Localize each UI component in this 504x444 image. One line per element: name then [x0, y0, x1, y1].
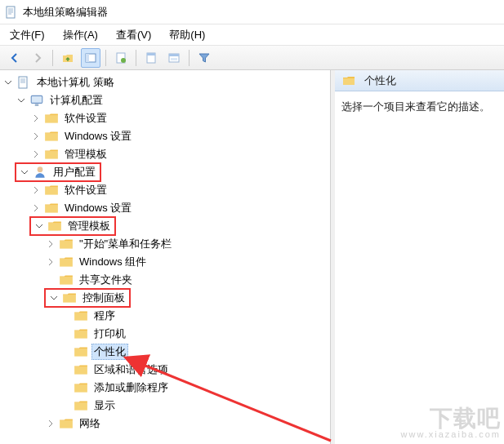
folder-icon — [59, 255, 74, 269]
svg-rect-13 — [171, 58, 177, 60]
tree-item-region-language[interactable]: 区域和语言选项 — [91, 362, 171, 378]
tree-item-user-config[interactable]: 用户配置 — [51, 164, 98, 180]
tree-item-control-panel[interactable]: 控制面板 — [80, 290, 127, 306]
folder-icon — [74, 363, 88, 376]
refresh-button[interactable] — [141, 48, 161, 68]
chevron-right-icon[interactable] — [29, 202, 42, 215]
tree-item-personalization[interactable]: 个性化 — [91, 344, 128, 360]
menu-action[interactable]: 操作(A) — [60, 26, 101, 44]
user-icon — [33, 166, 47, 179]
forward-button[interactable] — [28, 48, 47, 68]
export-button[interactable] — [164, 48, 184, 68]
toggle-spacer — [59, 381, 72, 394]
tree-item-network[interactable]: 网络 — [77, 415, 103, 432]
toolbar-separator — [105, 50, 106, 66]
watermark: 下载吧 www.xiazaiba.com — [401, 407, 501, 439]
right-pane-body: 选择一个项目来查看它的描述。 — [335, 91, 504, 444]
svg-point-8 — [121, 58, 126, 63]
folder-icon — [74, 399, 88, 412]
show-hide-tree-button[interactable] — [81, 48, 100, 68]
tree-item-start-taskbar[interactable]: "开始"菜单和任务栏 — [77, 236, 174, 252]
chevron-right-icon[interactable] — [29, 184, 42, 197]
toggle-spacer — [59, 309, 72, 322]
toggle-spacer — [44, 273, 57, 286]
chevron-right-icon[interactable] — [29, 130, 42, 143]
tree-item-add-remove[interactable]: 添加或删除程序 — [91, 380, 171, 396]
right-pane: 个性化 选择一个项目来查看它的描述。 — [335, 70, 504, 444]
folder-icon — [44, 130, 59, 143]
chevron-down-icon[interactable] — [18, 166, 31, 179]
chevron-down-icon[interactable] — [47, 291, 60, 304]
watermark-text: 下载吧 — [401, 407, 501, 430]
toggle-spacer — [59, 399, 72, 412]
computer-icon — [29, 94, 44, 107]
tree-item-programs[interactable]: 程序 — [91, 308, 118, 324]
toggle-spacer — [59, 363, 72, 376]
menu-help[interactable]: 帮助(H) — [166, 26, 208, 44]
filter-button[interactable] — [194, 48, 214, 68]
folder-icon — [59, 238, 74, 251]
svg-rect-10 — [147, 53, 155, 56]
tree-item-software-settings[interactable]: 软件设置 — [62, 182, 109, 198]
folder-icon — [59, 417, 74, 430]
right-pane-header: 个性化 — [335, 70, 504, 91]
chevron-right-icon[interactable] — [44, 255, 57, 269]
content-area: 本地计算机 策略 计算机配置 — [0, 70, 504, 444]
folder-icon — [44, 184, 59, 197]
folder-icon — [44, 148, 59, 161]
chevron-down-icon[interactable] — [33, 220, 46, 233]
folder-icon — [74, 327, 88, 340]
titlebar: 本地组策略编辑器 — [0, 0, 504, 24]
menubar: 文件(F) 操作(A) 查看(V) 帮助(H) — [0, 24, 504, 46]
tree-item-printers[interactable]: 打印机 — [91, 326, 128, 342]
toggle-spacer — [59, 345, 72, 358]
watermark-url: www.xiazaiba.com — [401, 430, 501, 439]
tree-item-software-settings[interactable]: 软件设置 — [62, 110, 109, 127]
tree-item-admin-templates[interactable]: 管理模板 — [62, 146, 109, 162]
toolbar-separator — [189, 50, 190, 66]
properties-button[interactable] — [111, 48, 131, 68]
toggle-spacer — [59, 327, 72, 340]
chevron-right-icon[interactable] — [29, 148, 42, 161]
tree-item-windows-settings[interactable]: Windows 设置 — [62, 128, 134, 144]
folder-icon — [74, 381, 88, 394]
window-title: 本地组策略编辑器 — [23, 5, 108, 20]
folder-icon — [62, 291, 77, 304]
chevron-down-icon[interactable] — [2, 76, 15, 89]
folder-icon — [47, 220, 62, 233]
menu-view[interactable]: 查看(V) — [113, 26, 154, 44]
chevron-right-icon[interactable] — [44, 238, 57, 251]
svg-rect-12 — [169, 54, 179, 56]
folder-icon — [44, 202, 59, 215]
right-pane-title: 个性化 — [364, 73, 396, 88]
right-pane-hint: 选择一个项目来查看它的描述。 — [341, 100, 490, 113]
svg-rect-18 — [31, 95, 42, 103]
tree-item-computer-config[interactable]: 计算机配置 — [47, 92, 105, 109]
svg-rect-6 — [86, 54, 89, 62]
app-icon — [5, 6, 18, 19]
folder-icon — [59, 273, 74, 286]
tree-item-shared-folders[interactable]: 共享文件夹 — [77, 272, 135, 288]
tree-item-display[interactable]: 显示 — [91, 397, 118, 414]
svg-point-20 — [38, 166, 43, 172]
tree-item-windows-components[interactable]: Windows 组件 — [77, 254, 149, 270]
svg-rect-19 — [35, 104, 39, 106]
tree-item-windows-settings[interactable]: Windows 设置 — [62, 200, 134, 216]
chevron-right-icon[interactable] — [44, 417, 57, 430]
tree-item-root[interactable]: 本地计算机 策略 — [34, 74, 117, 91]
toolbar-separator — [136, 50, 136, 66]
chevron-right-icon[interactable] — [29, 112, 42, 125]
folder-icon — [74, 345, 88, 358]
folder-icon — [74, 309, 88, 322]
chevron-down-icon[interactable] — [15, 94, 28, 107]
toolbar — [0, 46, 504, 70]
menu-file[interactable]: 文件(F) — [7, 26, 48, 44]
folder-icon — [341, 74, 356, 87]
tree-item-admin-templates[interactable]: 管理模板 — [65, 218, 113, 234]
folder-icon — [44, 112, 59, 125]
policy-icon — [16, 76, 31, 89]
toolbar-separator — [52, 50, 53, 66]
back-button[interactable] — [5, 48, 25, 68]
up-button[interactable] — [58, 48, 78, 68]
tree-pane[interactable]: 本地计算机 策略 计算机配置 — [0, 70, 331, 444]
